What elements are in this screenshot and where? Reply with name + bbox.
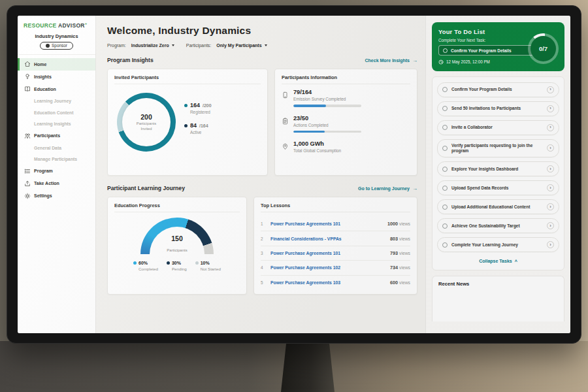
progress-bar	[293, 105, 361, 107]
donut-center: 200 Participants Invited	[122, 98, 171, 146]
task-row[interactable]: Invite a Collaborator	[437, 120, 559, 135]
stat-value: 23/50	[293, 115, 361, 122]
lesson-link[interactable]: Power Purchase Agreements 101	[270, 251, 390, 255]
task-checkbox[interactable]	[442, 167, 448, 172]
task-checkbox[interactable]	[442, 87, 448, 92]
lesson-link[interactable]: Power Purchase Agreements 102	[270, 265, 390, 270]
lesson-views: 600 views	[390, 280, 410, 286]
participants-filter-dropdown[interactable]: Only My Participants	[216, 43, 267, 48]
lesson-rank: 3	[261, 251, 270, 255]
task-checkbox[interactable]	[442, 204, 448, 210]
legend-total: /200	[203, 103, 212, 108]
lesson-link[interactable]: Power Purchase Agreements 101	[270, 221, 387, 226]
location-pin-icon	[282, 141, 289, 148]
legend-pct: 10%	[201, 261, 210, 265]
donut-center-label: Participants Invited	[133, 122, 160, 131]
program-filter-label: Program:	[107, 43, 126, 48]
sidebar-item-general-data[interactable]: General Data	[18, 142, 95, 154]
chevron-down-icon	[172, 44, 174, 46]
task-checkbox[interactable]	[442, 106, 448, 111]
card-title: Top Lessons	[261, 203, 410, 212]
lesson-row: 3 Power Purchase Agreements 101 793 view…	[261, 246, 410, 261]
chevron-right-icon[interactable]	[547, 124, 554, 131]
logo-plus: +	[85, 22, 88, 25]
task-checkbox[interactable]	[443, 48, 448, 53]
card-title: Invited Participants	[114, 74, 261, 84]
progress-fill	[293, 105, 326, 107]
legend-dot	[184, 124, 188, 127]
clock-icon	[438, 59, 444, 65]
task-row[interactable]: Complete Your Learning Journey	[437, 237, 559, 252]
program-filter-dropdown[interactable]: Industrialize Zero	[131, 43, 174, 48]
lesson-link[interactable]: Power Purchase Agreements 103	[270, 280, 390, 285]
legend-label: Registered	[190, 110, 212, 114]
top-lessons-card: Top Lessons 1 Power Purchase Agreements …	[253, 197, 417, 295]
chevron-right-icon[interactable]	[547, 165, 554, 172]
main-content: Welcome, Industry Dynamics Program: Indu…	[96, 16, 425, 333]
task-checkbox[interactable]	[442, 146, 448, 151]
task-label: Send 50 Invitations to Participants	[451, 106, 543, 111]
arrow-right-icon	[412, 186, 417, 191]
next-task-label: Confirm Your Program Details	[451, 48, 512, 53]
link-label: Go to Learning Journey	[358, 186, 410, 191]
nav-label: Participants	[34, 133, 60, 138]
next-task-chip[interactable]: Confirm Your Program Details	[438, 45, 535, 56]
sidebar-item-learning-journey[interactable]: Learning Journey	[18, 95, 95, 107]
go-to-learning-journey-link[interactable]: Go to Learning Journey	[358, 186, 417, 191]
sidebar-item-insights[interactable]: Insights	[18, 71, 95, 83]
task-row[interactable]: Verify participants requesting to join t…	[437, 139, 559, 158]
legend-label: Pending	[172, 267, 187, 271]
chevron-right-icon[interactable]	[547, 184, 554, 191]
chevron-right-icon[interactable]	[547, 144, 554, 152]
nav-label: Manage Participants	[34, 157, 77, 161]
legend-total: /164	[199, 123, 208, 128]
lesson-rank: 5	[261, 280, 270, 285]
sidebar-item-take-action[interactable]: Take Action	[18, 177, 95, 189]
legend-item-active: 84 /164 Active	[184, 122, 212, 135]
collapse-label: Collapse Tasks	[479, 259, 512, 263]
task-checkbox[interactable]	[442, 242, 448, 248]
lesson-link[interactable]: Financial Considerations - VPPAs	[270, 237, 390, 241]
sidebar-item-participants[interactable]: Participants	[18, 129, 95, 142]
chevron-right-icon[interactable]	[547, 86, 554, 93]
stat-global-consumption: 1,000 GWh Total Global Consumption	[282, 140, 410, 153]
task-row[interactable]: Upload Spend Data Records	[437, 180, 559, 195]
task-row[interactable]: Achieve One Sustainability Target	[437, 218, 559, 233]
sidebar-item-settings[interactable]: Settings	[18, 189, 95, 202]
sponsor-badge[interactable]: Sponsor	[40, 42, 73, 50]
recent-news-panel: Recent News	[432, 276, 564, 321]
lesson-row: 2 Financial Considerations - VPPAs 803 v…	[261, 231, 410, 246]
nav-label: General Data	[34, 146, 61, 150]
task-row[interactable]: Confirm Your Program Details	[437, 82, 559, 97]
sidebar: RESOURCE ADVISOR+ Industry Dynamics Spon…	[18, 16, 96, 333]
task-label: Upload Additional Educational Content	[451, 204, 543, 210]
stat-value: 79/164	[293, 89, 361, 95]
task-label: Upload Spend Data Records	[451, 186, 543, 191]
insights-cards-row: Invited Participants 200 Participants In…	[107, 69, 417, 176]
sidebar-item-learning-insights[interactable]: Learning Insights	[18, 118, 95, 130]
nav-label: Home	[34, 62, 46, 67]
sidebar-item-program[interactable]: Program	[18, 165, 95, 177]
stat-label: Actions Completed	[293, 123, 361, 127]
sidebar-item-education[interactable]: Education	[18, 83, 95, 95]
task-row[interactable]: Explore Your Insights Dashboard	[437, 161, 559, 176]
task-label: Verify participants requesting to join t…	[451, 143, 543, 154]
sidebar-item-manage-participants[interactable]: Manage Participants	[18, 154, 95, 165]
chevron-right-icon[interactable]	[547, 241, 554, 248]
task-row[interactable]: Upload Additional Educational Content	[437, 199, 559, 214]
gauge-legend: 60% Completed 30% Pending 10% Not Starte…	[114, 261, 240, 271]
sidebar-nav: Home Insights Education Learning Journey	[18, 58, 95, 203]
check-more-insights-link[interactable]: Check More Insights	[365, 57, 417, 63]
sidebar-item-education-content[interactable]: Education Content	[18, 106, 95, 118]
task-checkbox[interactable]	[442, 125, 448, 130]
task-checkbox[interactable]	[442, 223, 448, 229]
task-checkbox[interactable]	[442, 186, 448, 191]
chevron-right-icon[interactable]	[547, 203, 554, 210]
sidebar-item-home[interactable]: Home	[18, 58, 95, 71]
progress-bar	[293, 131, 361, 133]
collapse-tasks-link[interactable]: Collapse Tasks	[437, 256, 559, 267]
todo-progress-value: 0/7	[531, 36, 556, 61]
task-row[interactable]: Send 50 Invitations to Participants	[437, 101, 559, 116]
chevron-right-icon[interactable]	[547, 222, 554, 229]
chevron-right-icon[interactable]	[547, 105, 554, 112]
